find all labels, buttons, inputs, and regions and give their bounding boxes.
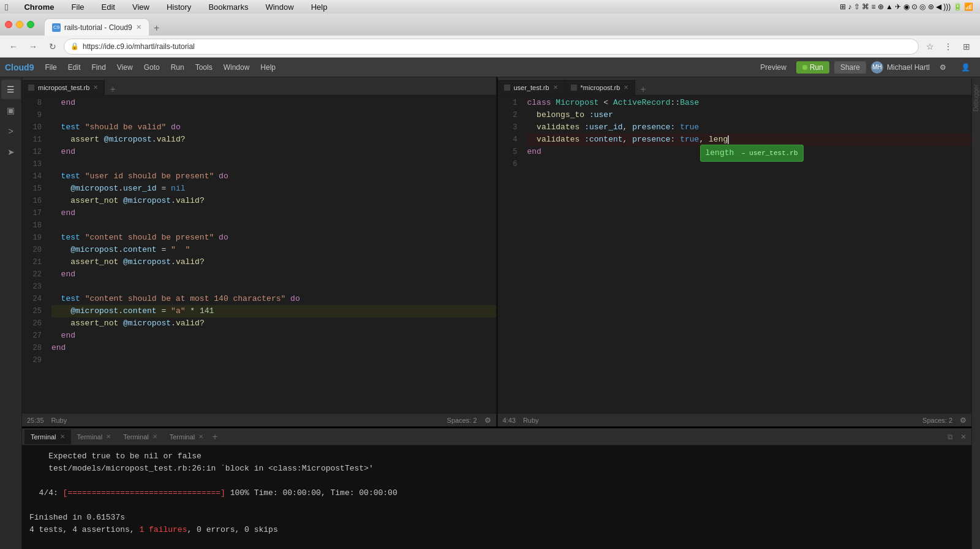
terminal-content[interactable]: Expected true to be nil or false test/mo… — [22, 445, 971, 549]
menubar-right: ⊞ ♪ ⇧ ⌘ ≡ ⊕ ▲ ✈ ◉ ⊙ ◎ ⊛ ◀ ))) 🔋 📶 — [838, 2, 975, 11]
editor-panels: micropost_test.rb ✕ + 8 9 10 11 12 — [22, 77, 971, 426]
bookmarks-menu[interactable]: Bookmarks — [205, 2, 252, 12]
c9-toolbar-right: Preview Run Share MH Michael Hartl ⚙ 👤 — [755, 61, 975, 74]
tab-close-button[interactable]: ✕ — [136, 23, 141, 31]
right-settings-gear[interactable]: ⚙ — [960, 416, 967, 425]
right-line-numbers: 1 2 3 ✕ 4 5 6 — [498, 96, 522, 413]
traffic-lights — [5, 21, 34, 28]
line-num-27: 27 — [22, 330, 42, 342]
terminal-line-5 — [29, 499, 964, 512]
right-tab-micropost[interactable]: *micropost.rb ✕ — [565, 79, 636, 95]
autocomplete-dropdown[interactable]: length – user_test.rb — [700, 145, 804, 162]
terminal-close-button[interactable]: ✕ — [958, 431, 969, 442]
left-code-content: end test "should be valid" do assert @mi… — [47, 96, 496, 413]
active-tab[interactable]: C9 rails-tutorial - Cloud9 ✕ — [44, 18, 149, 36]
c9-help-menu[interactable]: Help — [255, 61, 281, 74]
c9-share-button[interactable]: Share — [834, 61, 866, 74]
line-num-19: 19 — [22, 232, 42, 244]
sidebar-commands-icon[interactable]: > — [1, 121, 21, 141]
nav-right-buttons: ☆ ⋮ ⊞ — [921, 38, 975, 55]
terminal-tab-1-close[interactable]: ✕ — [60, 433, 65, 440]
right-line-num-2: 2 — [498, 109, 518, 121]
maximize-button[interactable] — [27, 21, 34, 28]
chrome-menu[interactable]: Chrome — [20, 2, 58, 12]
code-line-23 — [51, 281, 496, 293]
history-menu[interactable]: History — [163, 2, 195, 12]
window-menu[interactable]: Window — [262, 2, 297, 12]
terminal-tab-4-close[interactable]: ✕ — [198, 433, 203, 440]
line-num-13: 13 — [22, 158, 42, 170]
c9-file-menu[interactable]: File — [40, 61, 61, 74]
right-line-num-4: ✕ 4 — [498, 134, 518, 146]
c9-preview-btn[interactable]: Preview — [755, 61, 791, 74]
right-code-area[interactable]: 1 2 3 ✕ 4 5 6 class Micropost < ActiveRe… — [498, 96, 972, 413]
terminal-tab-3[interactable]: Terminal ✕ — [117, 430, 164, 444]
close-button[interactable] — [5, 21, 12, 28]
terminal-tab-2-close[interactable]: ✕ — [106, 433, 111, 440]
left-settings-gear[interactable]: ⚙ — [484, 416, 491, 425]
left-cursor-position: 25:35 — [27, 417, 44, 424]
left-new-tab-button[interactable]: + — [105, 84, 120, 95]
reload-button[interactable]: ↻ — [44, 38, 61, 55]
c9-run-menu[interactable]: Run — [166, 61, 189, 74]
c9-window-menu[interactable]: Window — [219, 61, 255, 74]
right-tab-user-close[interactable]: ✕ — [553, 84, 558, 91]
left-tab-close[interactable]: ✕ — [93, 84, 98, 91]
new-tab-button[interactable]: + — [149, 21, 164, 36]
sidebar-debug-icon[interactable]: ➤ — [1, 142, 21, 162]
address-bar[interactable]: 🔒 https://ide.c9.io/mhartl/rails-tutoria… — [64, 39, 919, 55]
right-tab-micropost-close[interactable]: ✕ — [624, 84, 628, 91]
code-line-9 — [51, 109, 496, 121]
chrome-titlebar: C9 rails-tutorial - Cloud9 ✕ + — [0, 13, 980, 36]
line-num-14: 14 — [22, 170, 42, 183]
line-num-17: 17 — [22, 207, 42, 219]
menubar-icons: ⊞ ♪ ⇧ ⌘ ≡ ⊕ ▲ ✈ ◉ ⊙ ◎ ⊛ ◀ ))) 🔋 📶 — [838, 2, 975, 11]
apple-logo[interactable]:  — [5, 2, 8, 12]
terminal-actions: ⧉ ✕ — [945, 431, 969, 442]
extensions-button[interactable]: ⊞ — [958, 38, 975, 55]
terminal-tab-1-label: Terminal — [31, 433, 56, 441]
right-new-tab-button[interactable]: + — [635, 84, 650, 95]
c9-goto-menu[interactable]: Goto — [139, 61, 165, 74]
c9-run-button[interactable]: Run — [796, 61, 829, 74]
sidebar-project-icon[interactable]: ☰ — [1, 80, 21, 99]
c9-gear-icon[interactable]: ⚙ — [935, 61, 951, 74]
c9-edit-menu[interactable]: Edit — [63, 61, 86, 74]
view-menu[interactable]: View — [129, 2, 153, 12]
settings-button[interactable]: ⋮ — [940, 38, 957, 55]
terminal-tab-3-close[interactable]: ✕ — [153, 433, 157, 440]
bookmark-button[interactable]: ☆ — [921, 38, 938, 55]
line-num-23: 23 — [22, 281, 42, 293]
terminal-tab-4[interactable]: Terminal ✕ — [164, 430, 210, 444]
left-code-area[interactable]: 8 9 10 11 12 13 14 15 16 17 18 19 — [22, 96, 496, 413]
left-tab-label: micropost_test.rb — [38, 84, 89, 91]
c9-user-area: MH Michael Hartl — [871, 61, 930, 74]
c9-main-area: ☰ ▣ > ➤ micropost_test.rb ✕ + — [0, 77, 980, 549]
c9-view-menu[interactable]: View — [112, 61, 138, 74]
sidebar-workspace-icon[interactable]: ▣ — [1, 100, 21, 120]
terminal-line-7: 4 tests, 4 assertions, 1 failures, 0 err… — [29, 524, 964, 536]
terminal-tab-1[interactable]: Terminal ✕ — [24, 430, 71, 444]
terminal-line-4: 4/4: [================================] … — [29, 487, 964, 499]
left-tab-micropost-test[interactable]: micropost_test.rb ✕ — [22, 79, 105, 95]
terminal-restore-button[interactable]: ⧉ — [945, 431, 956, 442]
terminal-tab-2[interactable]: Terminal ✕ — [71, 430, 118, 444]
right-tab-user-test[interactable]: user_test.rb ✕ — [498, 79, 565, 95]
code-line-21: assert_not @micropost.valid? — [51, 256, 496, 268]
help-menu[interactable]: Help — [307, 2, 331, 12]
line-num-20: 20 — [22, 244, 42, 256]
c9-notifications-icon[interactable]: 👤 — [956, 61, 975, 74]
c9-logo: Cloud9 — [5, 62, 34, 72]
c9-tools-menu[interactable]: Tools — [190, 61, 217, 74]
right-code-line-4: validates :content, presence: true, leng — [527, 134, 972, 146]
file-menu[interactable]: File — [68, 2, 88, 12]
c9-find-menu[interactable]: Find — [86, 61, 110, 74]
code-line-13 — [51, 158, 496, 170]
forward-button[interactable]: → — [24, 38, 42, 55]
edit-menu[interactable]: Edit — [98, 2, 119, 12]
back-button[interactable]: ← — [5, 38, 22, 55]
left-tab-icon — [28, 85, 34, 91]
right-status-bar: 4:43 Ruby Spaces: 2 ⚙ — [498, 413, 972, 426]
minimize-button[interactable] — [16, 21, 23, 28]
terminal-new-tab-button[interactable]: + — [209, 431, 220, 442]
